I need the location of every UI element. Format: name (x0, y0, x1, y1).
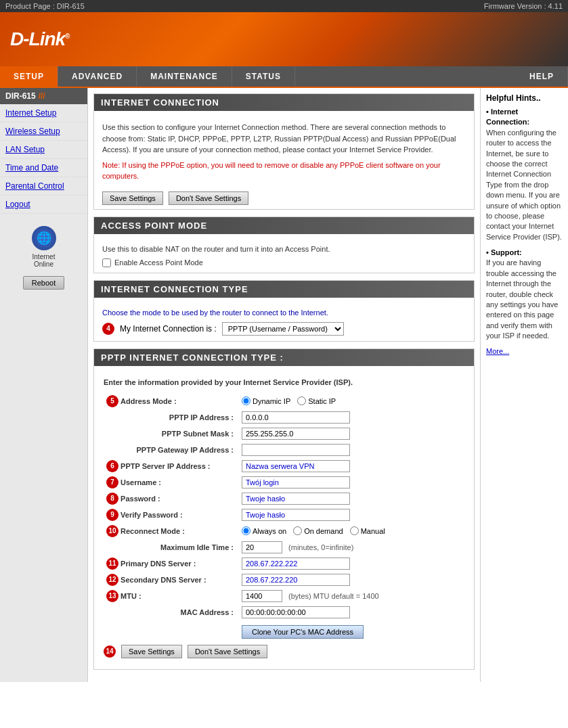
access-point-checkbox[interactable] (102, 258, 111, 267)
pptp-ip-input[interactable] (242, 411, 350, 424)
top-bar: Product Page : DIR-615 Firmware Version … (0, 0, 568, 12)
max-idle-hint: (minutes, 0=infinite) (288, 543, 353, 551)
reconnect-mode-row: 10 Reconnect Mode : Always on On demand … (104, 523, 464, 539)
tab-maintenance[interactable]: MAINTENANCE (137, 66, 232, 87)
pptp-no-save-button[interactable]: Don't Save Settings (188, 645, 267, 658)
max-idle-label: Maximum Idle Time : (104, 539, 239, 555)
pptp-server-row: 6 PPTP Server IP Address : (104, 458, 464, 474)
help-more-link[interactable]: More... (486, 347, 509, 355)
pptp-ip-label: PPTP IP Address : (104, 409, 239, 426)
pptp-server-input[interactable] (242, 460, 350, 472)
content-area: INTERNET CONNECTION Use this section to … (88, 88, 480, 682)
sidebar-item-logout[interactable]: Logout (0, 196, 87, 214)
tab-setup[interactable]: SETUP (0, 66, 58, 87)
pptp-section: PPTP INTERNET CONNECTION TYPE : Enter th… (93, 348, 475, 670)
manual-radio[interactable] (350, 526, 359, 535)
max-idle-input[interactable] (242, 541, 282, 553)
pptp-gateway-input[interactable] (242, 444, 350, 456)
tab-advanced[interactable]: ADVANCED (58, 66, 137, 87)
reconnect-mode-group: Always on On demand Manual (242, 526, 462, 535)
pptp-intro: Enter the information provided by your I… (104, 378, 464, 386)
ap-section-header: ACCESS POINT MODE (94, 217, 474, 234)
step-14-circle: 14 (104, 645, 116, 658)
clone-mac-button[interactable]: Clone Your PC's MAC Address (242, 625, 364, 639)
username-row: 7 Username : (104, 474, 464, 491)
mtu-hint: (bytes) MTU default = 1400 (288, 592, 379, 600)
sidebar-item-parental-control[interactable]: Parental Control (0, 177, 87, 196)
pptp-gateway-label: PPTP Gateway IP Address : (104, 442, 239, 458)
dynamic-ip-radio[interactable] (242, 396, 250, 405)
main-layout: DIR-615 /// Internet Setup Wireless Setu… (0, 88, 568, 682)
step-5-circle: 5 (106, 395, 118, 407)
clone-mac-row: Clone Your PC's MAC Address (104, 620, 464, 641)
pptp-bottom-buttons: 14 Save Settings Don't Save Settings (104, 641, 464, 662)
ic-buttons: Save Settings Don't Save Settings (94, 187, 474, 209)
step-13-circle: 13 (106, 590, 118, 602)
mac-address-row: MAC Address : (104, 604, 464, 620)
pptp-ip-row: PPTP IP Address : (104, 409, 464, 426)
ic-save-button[interactable]: Save Settings (102, 191, 163, 205)
always-on-radio[interactable] (242, 526, 250, 535)
pptp-body: Enter the information provided by your I… (94, 371, 474, 669)
pptp-save-button[interactable]: Save Settings (121, 645, 182, 658)
product-label: Product Page : DIR-615 (5, 2, 85, 10)
help-internet-connection: • Internet Connection: When configuring … (486, 107, 563, 242)
password-row: 8 Password : (104, 491, 464, 507)
connection-type-select[interactable]: PPTP (Username / Password) Static IP DHC… (222, 322, 344, 336)
ct-row: 4 My Internet Connection is : PPTP (User… (102, 322, 466, 336)
secondary-dns-input[interactable] (242, 574, 350, 586)
username-input[interactable] (242, 476, 350, 488)
primary-dns-input[interactable] (242, 558, 350, 570)
verify-password-row: 9 Verify Password : (104, 507, 464, 523)
step-9-circle: 9 (106, 509, 118, 521)
step-7-circle: 7 (106, 476, 118, 488)
ap-body: Use this to disable NAT on the router an… (94, 240, 474, 273)
ap-description: Use this to disable NAT on the router an… (102, 245, 466, 253)
mac-address-label: MAC Address : (104, 604, 239, 620)
reboot-button[interactable]: Reboot (23, 276, 64, 290)
ic-no-save-button[interactable]: Don't Save Settings (169, 191, 248, 205)
logo: D-Link® (10, 28, 69, 50)
help-support: • Support: If you are having trouble acc… (486, 248, 563, 342)
password-input[interactable] (242, 493, 350, 505)
help-title: Helpful Hints.. (486, 93, 563, 103)
ic-body: Use this section to configure your Inter… (94, 116, 474, 187)
access-point-checkbox-label: Enable Access Point Mode (114, 258, 203, 267)
connection-type-section: INTERNET CONNECTION TYPE Choose the mode… (93, 280, 475, 342)
pptp-gateway-row: PPTP Gateway IP Address : (104, 442, 464, 458)
sidebar-item-time-date[interactable]: Time and Date (0, 159, 87, 177)
tab-help[interactable]: HELP (516, 66, 568, 87)
sidebar-status: 🌐 InternetOnline (0, 221, 87, 273)
pptp-subnet-input[interactable] (242, 428, 350, 440)
step-12-circle: 12 (106, 574, 118, 586)
sidebar-item-internet-setup[interactable]: Internet Setup (0, 104, 87, 122)
mac-address-input[interactable] (242, 606, 350, 618)
access-point-section: ACCESS POINT MODE Use this to disable NA… (93, 217, 475, 273)
sidebar-header: DIR-615 /// (0, 88, 87, 104)
internet-connection-section: INTERNET CONNECTION Use this section to … (93, 93, 475, 210)
tab-status[interactable]: STATUS (232, 66, 295, 87)
header: D-Link® (0, 12, 568, 66)
max-idle-row: Maximum Idle Time : (minutes, 0=infinite… (104, 539, 464, 555)
step-8-circle: 8 (106, 493, 118, 505)
sidebar-item-wireless-setup[interactable]: Wireless Setup (0, 122, 87, 141)
pptp-form-table: 5 Address Mode : Dynamic IP Static IP (104, 393, 464, 641)
verify-password-input[interactable] (242, 509, 350, 521)
step-11-circle: 11 (106, 558, 118, 570)
sidebar-item-lan-setup[interactable]: LAN Setup (0, 141, 87, 159)
address-mode-group: Dynamic IP Static IP (242, 396, 462, 405)
ic-note: Note: If using the PPPoE option, you wil… (102, 160, 466, 182)
secondary-dns-row: 12 Secondary DNS Server : (104, 572, 464, 588)
static-ip-radio[interactable] (297, 396, 306, 405)
on-demand-radio[interactable] (293, 526, 302, 535)
step-4-circle: 4 (102, 323, 114, 335)
address-mode-row: 5 Address Mode : Dynamic IP Static IP (104, 393, 464, 409)
sidebar: DIR-615 /// Internet Setup Wireless Setu… (0, 88, 88, 682)
pptp-subnet-row: PPTP Subnet Mask : (104, 426, 464, 442)
access-point-checkbox-row: Enable Access Point Mode (102, 258, 466, 267)
mtu-row: 13 MTU : (bytes) MTU default = 1400 (104, 588, 464, 604)
step-10-circle: 10 (106, 525, 118, 537)
mtu-input[interactable] (242, 590, 282, 602)
ct-label: My Internet Connection is : (120, 324, 217, 334)
firmware-label: Firmware Version : 4.11 (484, 2, 563, 10)
